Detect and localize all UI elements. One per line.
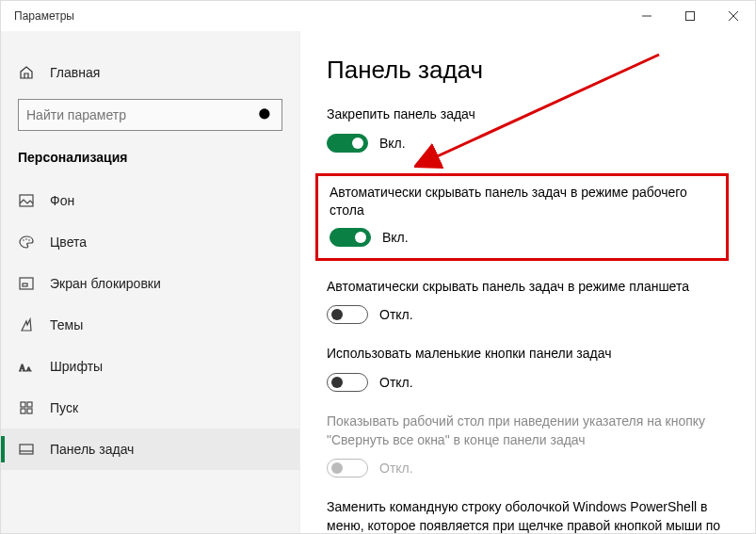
- toggle-state: Вкл.: [382, 230, 409, 245]
- toggle-lock-taskbar[interactable]: [327, 134, 368, 153]
- sidebar-item-fonts[interactable]: AA Шрифты: [1, 346, 299, 387]
- svg-rect-15: [27, 402, 32, 407]
- setting-powershell: Заменить командную строку оболочкой Wind…: [327, 498, 729, 533]
- window-controls: [625, 1, 755, 31]
- toggle-state: Откл.: [379, 461, 413, 476]
- window-title: Параметры: [14, 9, 74, 23]
- maximize-icon: [685, 11, 695, 21]
- setting-label: Использовать маленькие кнопки панели зад…: [327, 345, 729, 364]
- toggle-state: Вкл.: [379, 136, 406, 151]
- content-area: Панель задач Закрепить панель задач Вкл.…: [300, 31, 755, 533]
- annotation-highlight: Автоматически скрывать панель задач в ре…: [315, 173, 729, 261]
- setting-label: Автоматически скрывать панель задач в ре…: [330, 184, 715, 220]
- page-title: Панель задач: [327, 56, 729, 85]
- svg-rect-11: [23, 283, 27, 286]
- sidebar-item-label: Цвета: [50, 235, 87, 250]
- svg-point-4: [259, 108, 269, 119]
- toggle-autohide-desktop[interactable]: [330, 228, 371, 247]
- close-icon: [729, 11, 738, 21]
- setting-label: Автоматически скрывать панель задач в ре…: [327, 278, 729, 297]
- sidebar-item-label: Пуск: [50, 400, 78, 415]
- sidebar-item-label: Темы: [50, 317, 83, 332]
- fonts-icon: AA: [18, 359, 35, 374]
- search-input[interactable]: [26, 107, 257, 122]
- themes-icon: [18, 317, 35, 332]
- svg-line-5: [268, 118, 273, 122]
- titlebar: Параметры: [1, 1, 755, 31]
- sidebar-item-themes[interactable]: Темы: [1, 304, 299, 346]
- svg-rect-1: [686, 12, 695, 21]
- svg-text:A: A: [26, 365, 31, 373]
- svg-rect-6: [20, 195, 33, 206]
- toggle-peek-desktop: [327, 459, 368, 477]
- sidebar-item-background[interactable]: Фон: [1, 180, 299, 221]
- svg-rect-14: [21, 402, 25, 407]
- sidebar-item-label: Фон: [50, 193, 74, 208]
- taskbar-icon: [18, 442, 35, 457]
- toggle-state: Откл.: [379, 307, 413, 322]
- setting-label: Закрепить панель задач: [327, 105, 729, 124]
- search-icon: [257, 106, 274, 123]
- sidebar-section-title: Персонализация: [1, 146, 299, 180]
- minimize-button[interactable]: [625, 1, 668, 31]
- lockscreen-icon: [18, 276, 35, 291]
- svg-point-8: [25, 238, 27, 240]
- setting-small-buttons: Использовать маленькие кнопки панели зад…: [327, 345, 729, 392]
- setting-autohide-tablet: Автоматически скрывать панель задач в ре…: [327, 278, 729, 325]
- setting-peek-desktop: Показывать рабочий стол при наведении ук…: [327, 413, 729, 477]
- palette-icon: [18, 235, 35, 250]
- svg-point-7: [23, 239, 24, 241]
- sidebar-item-start[interactable]: Пуск: [1, 387, 299, 429]
- sidebar-item-label: Шрифты: [50, 359, 103, 374]
- minimize-icon: [642, 11, 651, 21]
- toggle-small-buttons[interactable]: [327, 373, 368, 392]
- setting-label: Показывать рабочий стол при наведении ук…: [327, 413, 729, 449]
- toggle-autohide-tablet[interactable]: [327, 305, 368, 324]
- close-button[interactable]: [712, 1, 755, 31]
- home-icon: [18, 65, 35, 80]
- setting-autohide-desktop: Автоматически скрывать панель задач в ре…: [330, 184, 715, 247]
- sidebar-item-lockscreen[interactable]: Экран блокировки: [1, 263, 299, 304]
- svg-rect-17: [27, 409, 32, 413]
- sidebar: Главная Персонализация Фон Цве: [1, 31, 300, 533]
- search-box[interactable]: [18, 99, 282, 131]
- sidebar-item-label: Панель задач: [50, 442, 134, 457]
- setting-lock-taskbar: Закрепить панель задач Вкл.: [327, 105, 729, 153]
- sidebar-item-colors[interactable]: Цвета: [1, 221, 299, 263]
- svg-rect-16: [21, 409, 25, 413]
- picture-icon: [18, 193, 35, 208]
- nav-home[interactable]: Главная: [1, 54, 299, 91]
- setting-label: Заменить командную строку оболочкой Wind…: [327, 498, 729, 533]
- toggle-state: Откл.: [379, 375, 413, 390]
- sidebar-item-label: Экран блокировки: [50, 276, 161, 291]
- maximize-button[interactable]: [668, 1, 712, 31]
- sidebar-item-taskbar[interactable]: Панель задач: [1, 429, 299, 470]
- svg-rect-18: [20, 445, 33, 454]
- svg-text:A: A: [19, 363, 26, 373]
- svg-point-9: [28, 239, 30, 241]
- nav-home-label: Главная: [50, 65, 100, 80]
- start-icon: [18, 400, 35, 415]
